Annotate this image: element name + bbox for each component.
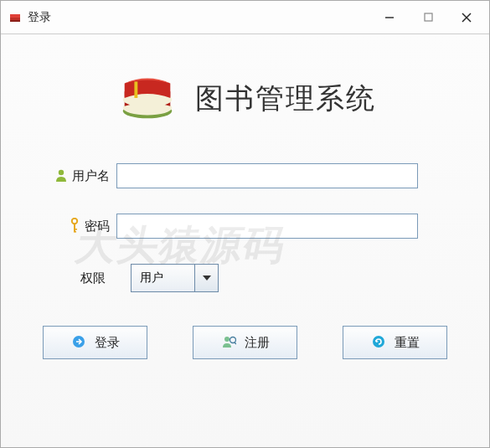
username-input[interactable] — [116, 163, 418, 188]
svg-rect-13 — [74, 224, 75, 232]
button-row: 登录 注册 重置 — [34, 326, 456, 359]
svg-rect-14 — [74, 229, 77, 230]
key-icon — [70, 218, 80, 235]
role-row: 权限 用户 — [80, 264, 456, 292]
role-label: 权限 — [80, 270, 106, 286]
svg-point-12 — [72, 218, 77, 223]
svg-point-17 — [224, 337, 230, 342]
svg-point-11 — [59, 169, 64, 174]
register-button[interactable]: 注册 — [193, 326, 297, 359]
books-icon — [115, 68, 180, 130]
titlebar: 登录 — [1, 1, 489, 34]
username-label: 用户名 — [34, 168, 110, 184]
register-icon — [221, 334, 236, 352]
header-row: 图书管理系统 — [34, 68, 456, 130]
chevron-down-icon — [194, 265, 218, 291]
password-label: 密码 — [34, 218, 110, 235]
app-icon — [8, 10, 23, 25]
svg-point-18 — [230, 337, 235, 342]
username-row: 用户名 — [34, 163, 456, 188]
role-select[interactable]: 用户 — [131, 264, 219, 292]
maximize-button[interactable] — [409, 4, 447, 31]
reset-button[interactable]: 重置 — [343, 326, 447, 359]
password-input[interactable] — [116, 214, 418, 239]
login-body: 大头猿源码 图书管理系统 — [1, 34, 489, 447]
login-icon — [71, 334, 86, 352]
svg-rect-15 — [74, 231, 76, 233]
login-button[interactable]: 登录 — [43, 326, 147, 359]
minimize-button[interactable] — [370, 4, 409, 31]
window-title: 登录 — [28, 10, 51, 25]
password-row: 密码 — [34, 214, 456, 239]
svg-rect-10 — [134, 81, 137, 98]
close-button[interactable] — [447, 4, 486, 31]
user-icon — [55, 168, 67, 184]
svg-line-19 — [235, 342, 236, 344]
reset-icon — [371, 334, 386, 352]
svg-rect-1 — [10, 14, 20, 18]
svg-rect-2 — [10, 20, 20, 22]
svg-rect-4 — [425, 13, 432, 21]
app-title: 图书管理系统 — [195, 80, 376, 118]
role-selected-value: 用户 — [132, 270, 194, 286]
login-window: 登录 大头猿源码 — [0, 0, 490, 448]
